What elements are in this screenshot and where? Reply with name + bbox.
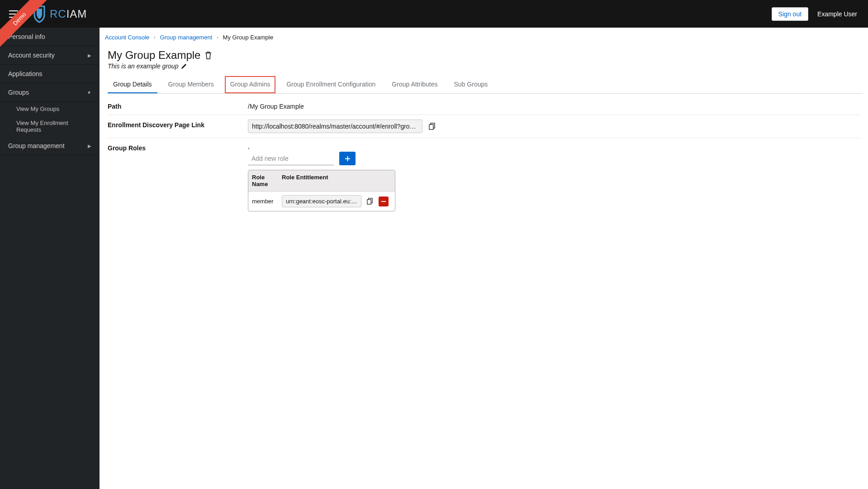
page-title: My Group Example	[108, 49, 200, 62]
topbar-left: RCIAM	[0, 0, 87, 28]
row-label-path: Path	[108, 101, 248, 110]
chevron-right-icon: ▶	[88, 144, 91, 149]
delete-group-button[interactable]	[205, 52, 212, 59]
hamburger-icon	[9, 10, 18, 18]
sidebar-item-personal-info[interactable]: Personal info	[0, 28, 100, 46]
plus-icon	[345, 156, 351, 162]
svg-rect-4	[381, 201, 386, 202]
minus-icon	[381, 201, 386, 202]
roles-summary-text: ,	[248, 143, 860, 150]
sidebar-item-label: Group management	[8, 142, 65, 149]
pencil-icon	[181, 63, 187, 69]
roles-table-header: Role Name Role Entitlement	[248, 170, 395, 192]
sidebar-item-groups[interactable]: Groups ▼	[0, 83, 100, 102]
copy-enrollment-link-button[interactable]	[428, 122, 436, 130]
hamburger-button[interactable]	[0, 0, 27, 28]
app-logo[interactable]: RCIAM	[32, 5, 87, 23]
row-label-enrollment-link: Enrollment Discovery Page Link	[108, 120, 248, 129]
breadcrumb-link-group-management[interactable]: Group management	[160, 34, 213, 41]
sidebar: Personal info Account security ▶ Applica…	[0, 28, 100, 489]
sidebar-sub-view-my-groups[interactable]: View My Groups	[0, 102, 100, 116]
shield-icon	[32, 5, 47, 23]
sidebar-item-label: View My Enrollment Requests	[16, 120, 68, 133]
tab-group-attributes[interactable]: Group Attributes	[386, 76, 443, 93]
user-display-name[interactable]: Example User	[817, 10, 857, 18]
page-subtitle: This is an example group	[108, 62, 178, 70]
roles-table: Role Name Role Entitlement member urn:ge…	[248, 170, 395, 211]
sidebar-item-group-management[interactable]: Group management ▶	[0, 137, 100, 155]
edit-description-button[interactable]	[181, 63, 187, 69]
row-path: Path /My Group Example	[108, 96, 860, 115]
sidebar-item-label: Account security	[8, 52, 55, 59]
sidebar-item-account-security[interactable]: Account security ▶	[0, 46, 100, 65]
chevron-down-icon: ▼	[87, 90, 91, 95]
row-enrollment-link: Enrollment Discovery Page Link http://lo…	[108, 115, 860, 138]
tab-group-details[interactable]: Group Details	[108, 76, 157, 93]
chevron-right-icon: ▶	[88, 53, 91, 58]
sidebar-item-applications[interactable]: Applications	[0, 65, 100, 83]
tab-group-enrollment-configuration[interactable]: Group Enrollment Configuration	[281, 76, 381, 93]
roles-header-name: Role Name	[248, 170, 278, 191]
tab-sub-groups[interactable]: Sub Groups	[449, 76, 493, 93]
add-role-button[interactable]	[339, 152, 356, 165]
page-header: My Group Example This is an example grou…	[100, 45, 868, 96]
topbar: RCIAM Demo Sign out Example User	[0, 0, 868, 28]
trash-icon	[205, 52, 212, 59]
tab-list: Group Details Group Members Group Admins…	[108, 76, 863, 94]
chevron-right-icon: ›	[154, 35, 155, 40]
sidebar-item-label: Groups	[8, 89, 29, 96]
sidebar-item-label: Applications	[8, 70, 43, 77]
row-value-path: /My Group Example	[248, 101, 860, 110]
row-group-roles: Group Roles , Role Name Role Entitlement	[108, 138, 860, 217]
roles-header-entitlement: Role Entitlement	[278, 170, 332, 191]
role-name-cell: member	[248, 194, 278, 208]
breadcrumb: Account Console › Group management › My …	[100, 34, 868, 45]
copy-icon	[429, 123, 436, 130]
row-label-group-roles: Group Roles	[108, 143, 248, 152]
signout-button[interactable]: Sign out	[772, 7, 808, 21]
remove-role-button[interactable]	[379, 197, 389, 206]
tab-group-admins[interactable]: Group Admins	[225, 76, 276, 93]
copy-icon	[367, 198, 373, 205]
roles-table-row: member urn:geant:eosc-portal.eu:grou ...	[248, 192, 395, 211]
svg-rect-1	[429, 125, 433, 129]
topbar-right: Sign out Example User	[772, 7, 857, 21]
chevron-right-icon: ›	[217, 35, 218, 40]
group-details-panel: Path /My Group Example Enrollment Discov…	[100, 96, 868, 217]
enrollment-link-field[interactable]: http://localhost:8080/realms/master/acco…	[248, 120, 422, 133]
role-entitlement-field[interactable]: urn:geant:eosc-portal.eu:grou ...	[282, 195, 361, 207]
breadcrumb-link-account-console[interactable]: Account Console	[105, 34, 149, 41]
add-role-input[interactable]	[248, 152, 334, 165]
logo-text: RCIAM	[50, 8, 87, 20]
sidebar-item-label: Personal info	[8, 33, 45, 40]
main-content: Account Console › Group management › My …	[100, 28, 868, 489]
breadcrumb-current: My Group Example	[223, 34, 273, 41]
svg-rect-3	[367, 200, 371, 204]
sidebar-sub-view-my-enrollment-requests[interactable]: View My Enrollment Requests	[0, 116, 100, 137]
sidebar-item-label: View My Groups	[16, 105, 59, 112]
copy-entitlement-button[interactable]	[366, 197, 374, 206]
tab-group-members[interactable]: Group Members	[163, 76, 219, 93]
